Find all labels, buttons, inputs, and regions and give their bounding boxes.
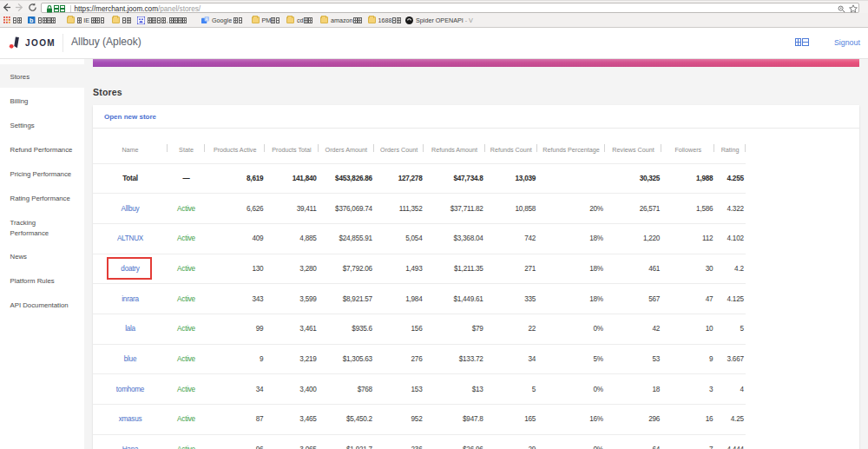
svg-text:A: A: [206, 17, 208, 21]
svg-text:b: b: [30, 17, 34, 24]
